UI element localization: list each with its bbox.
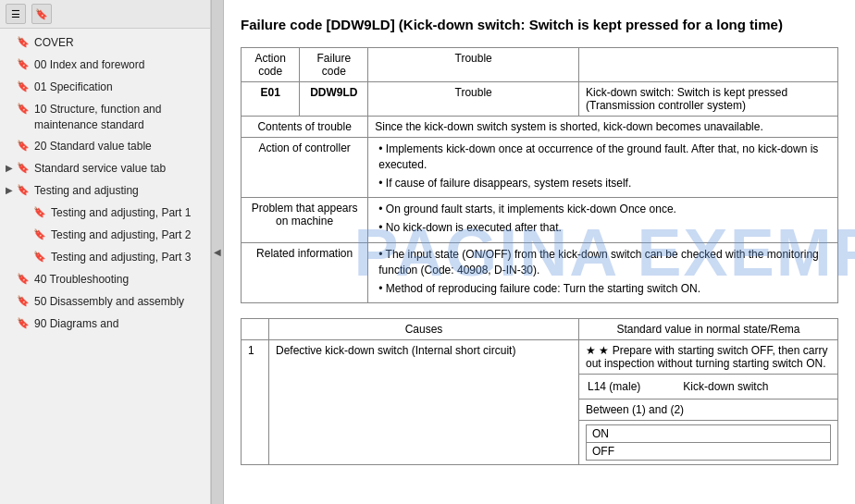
cause-description: Defective kick-down switch (Internal sho… (269, 340, 579, 465)
sidebar-item-label: Testing and adjusting, Part 1 (51, 205, 191, 221)
expand-arrow (22, 229, 33, 240)
expand-arrow (6, 274, 17, 284)
sidebar-item-50-disassembly[interactable]: 🔖 50 Disassembly and assembly (0, 291, 210, 313)
on-state: ON (587, 425, 831, 443)
bookmark-icon: 🔖 (17, 36, 30, 48)
related-bullet-2: Method of reproducing failure code: Turn… (378, 281, 831, 297)
row-header-problem: Problem that appears on machine (242, 198, 368, 243)
sidebar-item-label: 01 Specification (34, 80, 113, 95)
sidebar-item-01-spec[interactable]: 🔖 01 Specification (0, 77, 210, 99)
causes-table: Causes Standard value in normal state/Re… (241, 318, 838, 465)
row-header-related: Related information (242, 242, 368, 302)
sidebar-item-10-structure[interactable]: 🔖 10 Structure, function and maintenance… (0, 99, 210, 136)
causes-col-num (242, 319, 269, 340)
sidebar-item-testing-adj-3[interactable]: 🔖 Testing and adjusting, Part 3 (0, 247, 210, 269)
col-description (579, 48, 838, 82)
sidebar-item-testing-adj-1[interactable]: 🔖 Testing and adjusting, Part 1 (0, 203, 210, 225)
sidebar-item-label: Testing and adjusting, Part 2 (51, 227, 191, 243)
sidebar-item-label: Testing and adjusting (34, 183, 139, 199)
problem-bullet-2: No kick-down is executed after that. (378, 220, 831, 236)
sidebar-item-testing-adj-2[interactable]: 🔖 Testing and adjusting, Part 2 (0, 225, 210, 247)
sidebar-item-20-standard[interactable]: 🔖 20 Standard value table (0, 136, 210, 158)
sidebar-toolbar: ☰ 🔖 (0, 0, 210, 29)
action-code-value: E01 (242, 82, 300, 117)
kickdown-switch-label: Kick-down switch (681, 378, 831, 395)
expand-arrow: ▶ (6, 185, 17, 195)
bookmark-icon: 🔖 (17, 162, 30, 174)
expand-arrow (6, 37, 17, 47)
problem-bullet-1: On ground fault starts, it implements ki… (378, 202, 831, 217)
expand-arrow: ▶ (6, 163, 17, 173)
sidebar-item-label: 90 Diagrams and (34, 316, 118, 332)
sidebar-item-label: 00 Index and foreword (34, 57, 144, 73)
bookmark-icon: 🔖 (17, 58, 30, 70)
expand-arrow (6, 59, 17, 69)
l14-male-label: L14 (male) (586, 378, 681, 395)
row-content-contents: Since the kick-down switch system is sho… (368, 117, 838, 138)
bookmark-icon: 🔖 (33, 206, 46, 218)
sidebar-item-label: Testing and adjusting, Part 3 (51, 250, 191, 265)
sidebar-item-label: 20 Standard value table (34, 139, 152, 154)
menu-icon[interactable]: ☰ (6, 4, 26, 24)
bookmark-icon: 🔖 (17, 80, 30, 92)
bookmark-icon: 🔖 (17, 140, 30, 152)
sidebar-item-cover[interactable]: 🔖 COVER (0, 32, 210, 55)
expand-arrow (22, 207, 33, 217)
collapse-handle[interactable]: ◀ (211, 0, 224, 504)
sidebar-item-90-diagrams[interactable]: 🔖 90 Diagrams and (0, 313, 210, 336)
sidebar-item-label: 50 Disassembly and assembly (34, 294, 184, 310)
cause-row-num: 1 (242, 340, 269, 465)
expand-arrow (6, 318, 17, 328)
causes-col-standard: Standard value in normal state/Rema (579, 319, 838, 340)
cause-prepare-note: ★ ★ Prepare with starting switch OFF, th… (579, 340, 838, 375)
col-failure-code: Failure code (300, 48, 368, 82)
failure-code-value: DDW9LD (300, 82, 368, 117)
bookmark-icon: 🔖 (17, 184, 30, 196)
col-trouble: Trouble (368, 48, 579, 82)
bookmark-toolbar-icon[interactable]: 🔖 (31, 4, 52, 24)
expand-arrow (6, 104, 17, 114)
sidebar-item-std-service[interactable]: ▶ 🔖 Standard service value tab (0, 158, 210, 180)
col-action-code: Action code (242, 48, 300, 82)
row-content-action: Implements kick-down once at occurrence … (368, 138, 838, 198)
sidebar-nav: 🔖 COVER 🔖 00 Index and foreword 🔖 01 Spe… (0, 29, 210, 504)
sidebar-item-label: COVER (34, 35, 74, 51)
sidebar-item-label: Standard service value tab (34, 161, 166, 177)
row-header-action: Action of controller (242, 138, 368, 198)
action-bullet-2: If cause of failure disappears, system r… (378, 176, 831, 191)
bookmark-icon: 🔖 (33, 251, 46, 263)
expand-arrow (22, 252, 33, 262)
sidebar-item-00-index[interactable]: 🔖 00 Index and foreword (0, 55, 210, 77)
cause-on-off: ON OFF (579, 421, 838, 465)
sidebar-item-40-trouble[interactable]: 🔖 40 Troubleshooting (0, 269, 210, 291)
cause-between-label: Between (1) and (2) (579, 400, 838, 421)
expand-arrow (6, 81, 17, 92)
cause-connector-label: L14 (male) Kick-down switch (579, 375, 838, 400)
bookmark-icon: 🔖 (17, 103, 30, 115)
info-table: Action code Failure code Trouble E01 DDW… (241, 47, 838, 303)
main-content: PAGINA EXEMPLU Failure code [DDW9LD] (Ki… (224, 0, 855, 504)
expand-arrow (6, 141, 17, 151)
action-bullet-1: Implements kick-down once at occurrence … (378, 141, 831, 173)
sidebar: ☰ 🔖 🔖 COVER 🔖 00 Index and foreword 🔖 01… (0, 0, 211, 504)
related-bullet-1: The input state (ON/OFF) from the kick-d… (378, 247, 831, 278)
row-content-problem: On ground fault starts, it implements ki… (368, 198, 838, 243)
trouble-description: Kick-down switch: Switch is kept pressed… (579, 82, 838, 117)
sidebar-item-testing-adj[interactable]: ▶ 🔖 Testing and adjusting (0, 180, 210, 203)
row-header-contents: Contents of trouble (242, 117, 368, 138)
page-title: Failure code [DDW9LD] (Kick-down switch:… (241, 15, 838, 34)
bookmark-icon: 🔖 (17, 295, 30, 307)
sidebar-item-label: 10 Structure, function and maintenance s… (34, 102, 203, 133)
bookmark-icon: 🔖 (33, 228, 46, 240)
trouble-value: Trouble (368, 82, 579, 117)
causes-col-causes: Causes (269, 319, 579, 340)
expand-arrow (6, 296, 17, 306)
bookmark-icon: 🔖 (17, 273, 30, 285)
collapse-arrow-icon: ◀ (214, 247, 221, 257)
sidebar-item-label: 40 Troubleshooting (34, 272, 129, 288)
row-content-related: The input state (ON/OFF) from the kick-d… (368, 242, 838, 302)
off-state: OFF (587, 443, 831, 461)
bookmark-icon: 🔖 (17, 317, 30, 329)
